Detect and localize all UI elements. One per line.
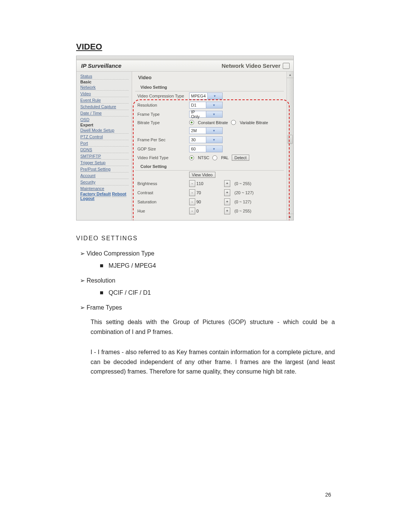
- select-resolution[interactable]: D1 ▾: [189, 102, 223, 109]
- scroll-thumb[interactable]: [288, 135, 293, 144]
- brightness-input[interactable]: 110: [196, 181, 203, 186]
- doc-subheading: VIDEO SETTINGS: [76, 235, 335, 242]
- row-hue: Hue - 0 + (0 ~ 255): [132, 206, 287, 216]
- sidebar-item-smtp[interactable]: SMTP/FTP: [80, 153, 129, 160]
- contrast-plus-button[interactable]: +: [224, 189, 230, 196]
- app-tabbar: [76, 56, 293, 60]
- chevron-down-icon: ▾: [206, 128, 223, 134]
- brightness-range: (0 ~ 255): [234, 181, 251, 186]
- row-saturation: Saturation - 90 + (0 ~ 127): [132, 197, 287, 206]
- sidebar-item-dwell[interactable]: Dwell Mode Setup: [80, 127, 129, 134]
- sidebar-section-expert: Expert: [80, 121, 93, 128]
- saturation-input[interactable]: 90: [196, 200, 201, 204]
- app-logo: IP Surveillance: [81, 62, 121, 69]
- sidebar-item-ddns[interactable]: DDNS: [80, 147, 129, 153]
- label-frame-type: Frame Type: [137, 112, 186, 117]
- hue-minus-button[interactable]: -: [189, 208, 195, 214]
- hue-range: (0 ~ 255): [234, 209, 251, 213]
- radio-pal[interactable]: [212, 155, 217, 160]
- chevron-down-icon: ▾: [206, 137, 223, 143]
- doc-item-res-opts: QCIF / CIF / D1: [108, 289, 151, 296]
- radio-variable-bitrate[interactable]: [231, 120, 236, 125]
- row-bitrate-value: 2M ▾: [132, 126, 287, 135]
- brightness-plus-button[interactable]: +: [224, 180, 230, 187]
- label-compression: Video Compression Type: [137, 94, 186, 98]
- hue-input[interactable]: 0: [196, 209, 199, 213]
- doc-para-ft2: I - I frames - also referred to as Key f…: [91, 347, 335, 377]
- row-resolution: Resolution D1 ▾: [132, 101, 287, 110]
- row-gop: GOP Size 60 ▾: [132, 144, 287, 153]
- sidebar-item-account[interactable]: Account: [80, 173, 129, 179]
- group-video-setting: Video Setting: [135, 83, 284, 91]
- radio-pal-label: PAL: [221, 155, 229, 160]
- app-header: IP Surveillance Network Video Server: [76, 60, 293, 72]
- app-window: IP Surveillance Network Video Server Sta…: [76, 56, 294, 220]
- sidebar-section-basic: Basic: [80, 78, 91, 85]
- detect-button[interactable]: Detect: [232, 155, 249, 161]
- chevron-down-icon: ▾: [206, 102, 223, 108]
- page-number: 26: [325, 492, 331, 498]
- sidebar-item-scheduled-capture[interactable]: Scheduled Capture: [80, 104, 129, 110]
- label-saturation: Saturation: [137, 200, 186, 204]
- row-view-video: View Video: [132, 171, 287, 179]
- chevron-down-icon: ▾: [206, 111, 223, 117]
- app-title: Network Video Server: [221, 62, 290, 69]
- sidebar: Status Basic Network Video Event Rule Sc…: [76, 72, 132, 220]
- sidebar-item-security[interactable]: Security: [80, 179, 129, 185]
- chevron-down-icon: ▾: [207, 93, 222, 99]
- scroll-up-icon[interactable]: ▴: [287, 72, 293, 78]
- group-color-setting: Color Setting: [135, 162, 284, 171]
- label-resolution: Resolution: [137, 103, 186, 107]
- select-frame-type[interactable]: IP Only ▾: [189, 111, 223, 118]
- select-gop[interactable]: 60 ▾: [189, 145, 223, 152]
- label-brightness: Brightness: [137, 181, 186, 186]
- view-video-button[interactable]: View Video: [189, 172, 215, 178]
- sidebar-item-video[interactable]: Video: [80, 91, 129, 97]
- saturation-plus-button[interactable]: +: [224, 198, 230, 205]
- doc-item-res: Resolution: [86, 277, 115, 284]
- label-hue: Hue: [137, 209, 186, 213]
- sidebar-item-prepost[interactable]: Pre/Post Setting: [80, 166, 129, 173]
- sidebar-item-event-rule[interactable]: Event Rule: [80, 97, 129, 104]
- label-contrast: Contrast: [137, 190, 186, 195]
- label-fps: Frame Per Sec: [137, 137, 186, 142]
- row-bitrate-type: Bitrate Type Constant Bitrate Variable B…: [132, 119, 287, 126]
- contrast-minus-button[interactable]: -: [189, 189, 195, 196]
- saturation-range: (0 ~ 127): [234, 200, 251, 204]
- brightness-minus-button[interactable]: -: [189, 180, 195, 187]
- doc-para-ft1: This setting deals with the Group of Pic…: [91, 317, 335, 337]
- row-field-type: Video Field Type NTSC PAL Detect: [132, 153, 287, 162]
- radio-ntsc-label: NTSC: [198, 155, 209, 160]
- row-contrast: Contrast - 70 + (20 ~ 127): [132, 188, 287, 197]
- doc-item-frame-types: Frame Types: [86, 304, 122, 311]
- main-panel: Video Video Setting Video Compression Ty…: [132, 72, 293, 220]
- saturation-minus-button[interactable]: -: [189, 198, 195, 205]
- scrollbar[interactable]: ▴ ▾: [287, 72, 293, 220]
- hue-plus-button[interactable]: +: [224, 208, 230, 214]
- row-frame-type: Frame Type IP Only ▾: [132, 110, 287, 119]
- contrast-range: (20 ~ 127): [234, 190, 253, 195]
- sidebar-item-ptz[interactable]: PTZ Control: [80, 134, 129, 140]
- radio-variable-label: Variable Bitrate: [240, 120, 268, 125]
- sidebar-item-trigger[interactable]: Trigger Setup: [80, 160, 129, 166]
- panel-title: Video: [132, 72, 287, 83]
- doc-body: Video Compression Type MJEPG / MPEG4 Res…: [76, 249, 335, 377]
- scroll-track[interactable]: [287, 78, 293, 214]
- select-bitrate[interactable]: 2M ▾: [189, 127, 223, 134]
- camera-icon: [283, 63, 290, 69]
- radio-ntsc[interactable]: [189, 155, 194, 160]
- scroll-down-icon[interactable]: ▾: [287, 214, 293, 220]
- sidebar-action-logout[interactable]: Logout: [80, 195, 94, 201]
- sidebar-action-reboot[interactable]: Reboot: [112, 190, 126, 197]
- doc-item-vct: Video Compression Type: [86, 250, 154, 257]
- sidebar-item-network[interactable]: Network: [80, 84, 129, 91]
- contrast-input[interactable]: 70: [196, 190, 201, 195]
- select-fps[interactable]: 30 ▾: [189, 136, 223, 143]
- doc-heading: VIDEO: [76, 42, 335, 52]
- sidebar-item-port[interactable]: Port: [80, 140, 129, 147]
- select-compression[interactable]: MPEG4 ▾: [189, 93, 223, 99]
- row-compression: Video Compression Type MPEG4 ▾: [132, 91, 287, 101]
- radio-constant-bitrate[interactable]: [189, 120, 194, 125]
- app-title-text: Network Video Server: [221, 62, 280, 69]
- sidebar-item-date-time[interactable]: Date / Time: [80, 110, 129, 117]
